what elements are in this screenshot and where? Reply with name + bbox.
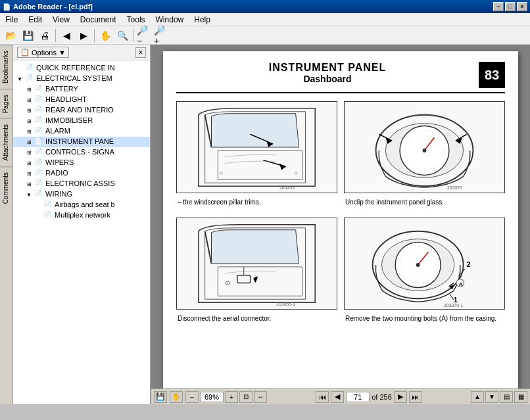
- bookmark-rear-int[interactable]: ⊞📄REAR AND INTERIO: [13, 105, 150, 116]
- dropdown-icon: ▼: [59, 49, 66, 57]
- bookmark-instr[interactable]: ⊞📄INSTRUMENT PANE: [13, 137, 150, 147]
- svg-text:203055-1: 203055-1: [276, 302, 295, 306]
- scroll-up-button[interactable]: ▲: [471, 391, 484, 403]
- bookmark-label-multiplex: Multiplex network: [55, 211, 110, 219]
- bookmark-icon-elec-assist: 📄: [34, 179, 43, 187]
- minimize-button[interactable]: −: [493, 2, 504, 11]
- hand-tool-button[interactable]: ✋: [170, 391, 183, 403]
- bookmark-alarm[interactable]: ⊞📄ALARM: [13, 126, 150, 137]
- toolbar-separator-1: [55, 29, 56, 42]
- bookmark-radio[interactable]: ⊞📄RADIO: [13, 168, 150, 179]
- expand-icon-alarm: ⊞: [25, 127, 33, 136]
- bookmark-icon-quick-ref: 📄: [25, 64, 34, 71]
- pdf-area: INSTRUMENT PANEL Dashboard 83: [151, 45, 530, 404]
- toolbar-zoom-in[interactable]: 🔎+: [153, 28, 169, 43]
- toolbar-save[interactable]: 💾: [20, 28, 36, 43]
- panel-close-button[interactable]: ×: [135, 47, 146, 58]
- bookmark-icon-alarm: 📄: [34, 127, 43, 134]
- top-left-image-container: 203355: [176, 101, 337, 193]
- bookmark-label-elec-assist: ELECTRONIC ASSIS: [45, 179, 115, 187]
- expand-icon-wipers: ⊞: [25, 158, 33, 168]
- toolbar-forward[interactable]: ▶: [76, 28, 91, 43]
- layout-button-1[interactable]: ▤: [500, 391, 513, 403]
- top-left-image: 203355: [176, 101, 337, 193]
- save-status-button[interactable]: 💾: [154, 391, 167, 403]
- sidebar-tab-pages[interactable]: Pages: [0, 89, 12, 118]
- maximize-button[interactable]: □: [505, 2, 516, 11]
- svg-text:2: 2: [467, 260, 471, 268]
- panel-header: 📋 Options ▼ ×: [13, 45, 150, 60]
- expand-icon-quick-ref: [16, 64, 24, 73]
- menu-item-window[interactable]: Window: [151, 14, 189, 26]
- svg-point-37: [416, 263, 420, 267]
- title-bar: 📄 Adobe Reader - [el.pdf] − □ ×: [0, 0, 530, 13]
- zoom-in-button[interactable]: +: [225, 391, 238, 403]
- zoom-area: − + ⊡ ↔: [185, 391, 267, 403]
- bookmark-airbags[interactable]: 📄Airbags and seat b: [13, 200, 150, 210]
- next-page-button[interactable]: ▶: [394, 391, 407, 403]
- fit-width-button[interactable]: ↔: [254, 391, 267, 403]
- zoom-input[interactable]: [200, 392, 224, 402]
- bookmark-label-airbags: Airbags and seat b: [55, 200, 115, 208]
- bookmark-headlight[interactable]: ⊞📄HEADLIGHT: [13, 95, 150, 105]
- menu-item-help[interactable]: Help: [189, 14, 216, 26]
- bookmark-wiring[interactable]: ▼📄WIRING: [13, 189, 150, 200]
- pdf-scroll[interactable]: INSTRUMENT PANEL Dashboard 83: [151, 45, 530, 388]
- prev-page-button[interactable]: ◀: [331, 391, 344, 403]
- options-button[interactable]: 📋 Options ▼: [17, 47, 69, 58]
- menu-item-view[interactable]: View: [47, 14, 75, 26]
- expand-icon-elec-sys: ▼: [16, 74, 24, 83]
- menu-bar: FileEditViewDocumentToolsWindowHelp: [0, 13, 530, 26]
- toolbar-zoom-out[interactable]: 🔎−: [136, 28, 152, 43]
- fit-page-button[interactable]: ⊡: [239, 391, 253, 403]
- windscreen-pillar-illustration: 203355: [177, 102, 337, 193]
- bookmark-label-alarm: ALARM: [45, 127, 70, 135]
- toolbar-print[interactable]: 🖨: [37, 28, 53, 43]
- toolbar-zoom-select[interactable]: 🔍: [114, 28, 130, 43]
- menu-item-edit[interactable]: Edit: [23, 14, 47, 26]
- options-label: Options: [32, 49, 57, 57]
- options-icon: 📋: [20, 48, 30, 57]
- app-icon: 📄: [3, 3, 11, 11]
- bookmark-elec-assist[interactable]: ⊞📄ELECTRONIC ASSIS: [13, 179, 150, 189]
- toolbar-select[interactable]: ✋: [97, 28, 113, 43]
- bookmark-battery[interactable]: ⊞📄BATTERY: [13, 84, 150, 95]
- layout-button-2[interactable]: ▦: [514, 391, 527, 403]
- toolbar-back[interactable]: ◀: [59, 28, 74, 43]
- pdf-main-title: INSTRUMENT PANEL: [176, 62, 479, 74]
- bookmark-quick-ref[interactable]: 📄QUICK REFERENCE IN: [13, 63, 150, 74]
- bookmark-controls[interactable]: ⊞📄CONTROLS - SIGNA: [13, 147, 150, 158]
- expand-icon-battery: ⊞: [25, 85, 33, 94]
- menu-item-tools[interactable]: Tools: [122, 14, 151, 26]
- bookmark-wipers[interactable]: ⊞📄WIPERS: [13, 158, 150, 168]
- toolbar-separator-3: [133, 29, 133, 42]
- expand-icon-instr: ⊞: [25, 137, 33, 147]
- last-page-button[interactable]: ⏭: [409, 391, 422, 403]
- bookmark-label-wiring: WIRING: [45, 190, 72, 198]
- sidebar-tab-bookmarks[interactable]: Bookmarks: [0, 45, 12, 89]
- sidebar-tab-comments[interactable]: Comments: [0, 166, 12, 209]
- menu-item-document[interactable]: Document: [75, 14, 122, 26]
- svg-text:A: A: [459, 281, 463, 287]
- window-controls: − □ ×: [493, 2, 527, 11]
- status-bar: 💾 ✋ − + ⊡ ↔ ⏮ ◀ of 256 ▶ ⏭ ▲ ▼ ▤ ▦: [151, 388, 530, 404]
- toolbar-open[interactable]: 📂: [3, 28, 18, 43]
- bottom-right-image: A 2 1 203370-1: [344, 218, 505, 310]
- bookmark-label-battery: BATTERY: [45, 85, 78, 93]
- bookmark-elec-sys[interactable]: ▼📄ELECTRICAL SYSTEM: [13, 74, 150, 84]
- pdf-page-number: 83: [479, 62, 505, 88]
- navigation-area: ⏮ ◀ of 256 ▶ ⏭: [316, 391, 422, 403]
- menu-item-file[interactable]: File: [0, 14, 23, 26]
- close-button[interactable]: ×: [517, 2, 527, 11]
- first-page-button[interactable]: ⏮: [316, 391, 329, 403]
- bottom-left-caption: Disconnect the aerial connector.: [176, 315, 337, 322]
- bookmark-icon-controls: 📄: [34, 148, 43, 155]
- bookmark-immob[interactable]: ⊞📄IMMOBILISER: [13, 116, 150, 126]
- bookmark-multiplex[interactable]: 📄Multiplex network: [13, 210, 150, 221]
- sidebar-tab-attachments[interactable]: Attachments: [0, 118, 12, 166]
- zoom-out-button[interactable]: −: [185, 391, 199, 403]
- page-number-input[interactable]: [346, 392, 370, 402]
- scroll-down-button[interactable]: ▼: [485, 391, 498, 403]
- bookmark-icon-wipers: 📄: [34, 158, 43, 166]
- bookmark-icon-multiplex: 📄: [43, 211, 53, 218]
